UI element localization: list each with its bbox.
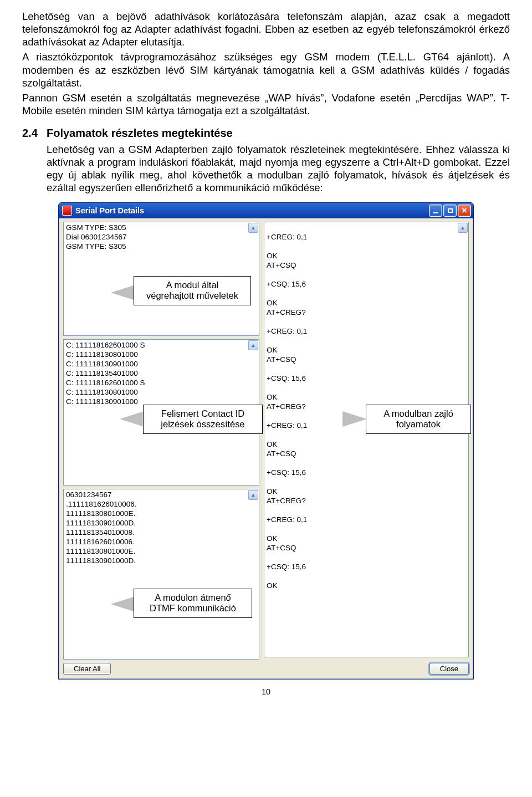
- pane-content-contact-id: C: 111118162601000 S C: 111118130801000 …: [64, 340, 259, 407]
- callout-arrow-icon: [342, 411, 367, 427]
- paragraph-2: A riasztóközpontok távprogramozásához sz…: [22, 50, 510, 89]
- callout-arrow-icon: [111, 285, 135, 300]
- heading-text: Folyamatok részletes megtekintése: [47, 127, 233, 139]
- callout-operations: A modul által végrehajtott műveletek: [134, 276, 251, 306]
- paragraph-3: Pannon GSM esetén a szolgáltatás megneve…: [22, 91, 510, 117]
- scroll-up-icon[interactable]: ▲: [248, 223, 258, 233]
- window-titlebar[interactable]: Serial Port Details: [59, 203, 473, 218]
- close-window-button[interactable]: [458, 205, 471, 217]
- heading-number: 2.4: [22, 127, 47, 140]
- right-pane-processes[interactable]: ▲ +CREG: 0,1 OK AT+CSQ +CSQ: 15,6 OK AT+…: [264, 222, 469, 657]
- page-number: 10: [22, 687, 510, 696]
- minimize-button[interactable]: [429, 205, 442, 217]
- scroll-up-icon[interactable]: ▲: [248, 340, 258, 350]
- scroll-up-icon[interactable]: ▲: [248, 490, 258, 500]
- callout-arrow-icon: [111, 596, 135, 612]
- scroll-up-icon[interactable]: ▲: [458, 223, 468, 233]
- paragraph-1: Lehetőség van a bejövő adathívások korlá…: [22, 10, 510, 48]
- paragraph-4: Lehetőség van a GSM Adapterben zajló fol…: [22, 143, 510, 195]
- pane-content-dtmf: 06301234567 .1111181626010006. 111118130…: [64, 489, 259, 566]
- callout-dtmf: A modulon átmenő DTMF kommunikáció: [134, 589, 252, 619]
- callout-contact-id: Felismert Contact ID jelzések összesítés…: [143, 405, 263, 435]
- clear-all-button[interactable]: Clear All: [63, 663, 111, 675]
- serial-port-details-window: Serial Port Details ▲ GSM TYPE: S305 Dia…: [58, 202, 474, 680]
- callout-processes: A modulban zajló folyamatok: [366, 405, 471, 435]
- app-icon: [62, 206, 72, 216]
- section-heading: 2.4Folyamatok részletes megtekintése: [22, 127, 510, 140]
- close-button[interactable]: Close: [429, 663, 469, 675]
- maximize-button[interactable]: [443, 205, 457, 217]
- callout-arrow-icon: [120, 411, 144, 427]
- window-title: Serial Port Details: [75, 206, 429, 215]
- left-pane-dtmf[interactable]: ▲ 06301234567 .1111181626010006. 1111181…: [63, 489, 259, 660]
- pane-content-operations: GSM TYPE: S305 Dial 06301234567 GSM TYPE…: [64, 222, 259, 252]
